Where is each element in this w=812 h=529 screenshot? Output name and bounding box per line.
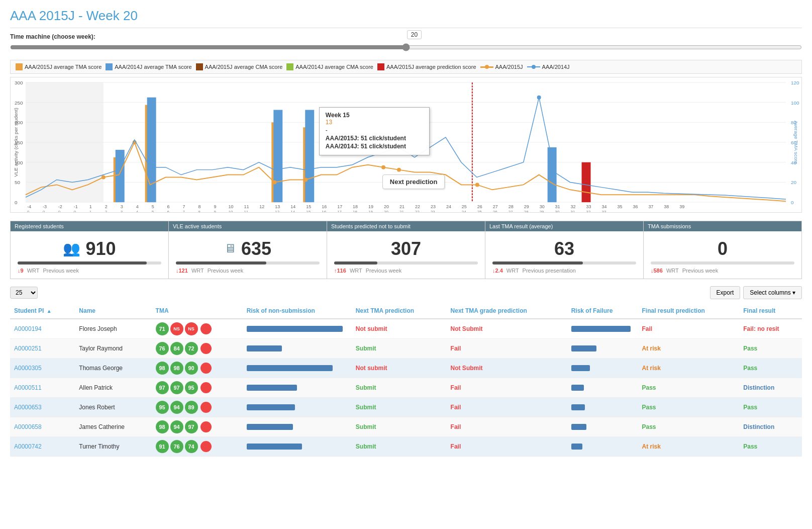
- svg-text:8: 8: [198, 204, 201, 209]
- cell-student-pi[interactable]: A0000305: [10, 359, 75, 378]
- svg-text:24: 24: [462, 210, 466, 212]
- svg-text:27: 27: [493, 204, 498, 209]
- table-buttons: Export Select columns ▾: [710, 286, 802, 299]
- risk-bar-container: [247, 326, 348, 332]
- cell-risk-failure: [567, 417, 638, 437]
- svg-text:0: 0: [27, 210, 30, 212]
- th-tma[interactable]: TMA: [152, 303, 243, 319]
- score-badge: 98: [156, 420, 169, 433]
- stat-header-vle: VLE active students: [169, 221, 327, 231]
- th-final-result-pred[interactable]: Final result prediction: [638, 303, 740, 319]
- risk-failure-bar-fill: [571, 424, 586, 430]
- time-machine-label: Time machine (choose week):: [10, 33, 802, 40]
- risk-bar-container: [247, 365, 348, 371]
- risk-failure-bar-fill: [571, 326, 631, 332]
- svg-text:2: 2: [105, 204, 108, 209]
- stat-wrtlabel-registered: Previous week: [43, 268, 79, 274]
- red-dot: [200, 441, 212, 452]
- risk-failure-bar-fill: [571, 385, 584, 391]
- risk-bar-fill: [247, 424, 293, 430]
- score-badge: 94: [170, 420, 183, 433]
- svg-rect-28: [273, 110, 282, 203]
- cell-final-result: Pass: [739, 437, 802, 457]
- th-name[interactable]: Name: [75, 303, 151, 319]
- svg-text:7: 7: [183, 210, 185, 212]
- svg-text:3: 3: [121, 210, 123, 212]
- svg-text:14: 14: [290, 210, 295, 212]
- cell-final-result-pred: At risk: [638, 339, 740, 359]
- svg-text:14: 14: [290, 204, 295, 209]
- cell-next-tma-prediction: Submit: [352, 417, 447, 437]
- red-dot: [200, 323, 212, 334]
- th-final-result[interactable]: Final result: [739, 303, 802, 319]
- svg-text:23: 23: [431, 210, 435, 212]
- svg-text:26: 26: [493, 210, 497, 212]
- stat-wrtlabel-lasttma: Previous presentation: [523, 268, 576, 274]
- cell-final-result: Pass: [739, 398, 802, 417]
- risk-failure-bar-fill: [571, 345, 596, 351]
- time-machine-slider[interactable]: [10, 43, 802, 51]
- svg-text:15: 15: [306, 210, 311, 212]
- table-body: A0000194Flores Joseph71NSNSNot submitNot…: [10, 319, 802, 457]
- th-next-tma-prediction[interactable]: Next TMA prediction: [352, 303, 447, 319]
- cell-name: James Catherine: [75, 417, 151, 437]
- cell-next-tma-grade: Fail: [447, 378, 567, 398]
- svg-point-33: [102, 175, 106, 180]
- stat-change-tmasubmissions: ↓586: [651, 268, 663, 274]
- stat-value-lasttma: 63: [554, 238, 574, 259]
- svg-rect-31: [582, 162, 591, 202]
- cell-next-tma-prediction: Submit: [352, 398, 447, 417]
- cell-student-pi[interactable]: A0000658: [10, 417, 75, 437]
- table-header: Student PI ▲ Name TMA Risk of non-submis…: [10, 303, 802, 319]
- svg-text:20: 20: [384, 204, 389, 209]
- th-student-pi[interactable]: Student PI ▲: [10, 303, 75, 319]
- score-badge: 98: [170, 362, 183, 375]
- risk-bar-fill: [247, 326, 343, 332]
- svg-point-37: [381, 165, 385, 169]
- table-row: A0000658James Catherine989497SubmitFailP…: [10, 417, 802, 437]
- stats-row: Registered students 👥 910 ↓9 WRT Previou…: [10, 221, 802, 279]
- stat-wrt-vle: WRT: [190, 268, 206, 274]
- per-page-select[interactable]: 25 50 100: [10, 287, 38, 299]
- svg-text:11: 11: [244, 204, 249, 209]
- svg-text:18: 18: [353, 204, 358, 209]
- stat-bar-fill-registered: [18, 261, 147, 264]
- th-risk-nonsubmission[interactable]: Risk of non-submission: [243, 303, 352, 319]
- cell-student-pi[interactable]: A0000251: [10, 339, 75, 359]
- stat-footer-notsubmit: ↑116 WRT Previous week: [334, 268, 478, 274]
- stat-wrtlabel-tmasubmissions: Previous week: [682, 268, 719, 274]
- time-machine-slider-container: 20: [10, 43, 802, 53]
- th-next-tma-grade[interactable]: Next TMA grade prediction: [447, 303, 567, 319]
- svg-text:Average TMA score: Average TMA score: [793, 121, 799, 164]
- legend-box-aaa2014j-tma: [106, 63, 113, 70]
- export-button[interactable]: Export: [710, 286, 741, 299]
- cell-name: Flores Joseph: [75, 319, 151, 339]
- th-risk-failure[interactable]: Risk of Failure: [567, 303, 638, 319]
- cell-risk-failure: [567, 319, 638, 339]
- cell-student-pi[interactable]: A0000194: [10, 319, 75, 339]
- svg-point-35: [272, 180, 276, 184]
- risk-failure-bar-fill: [571, 444, 582, 450]
- cell-student-pi[interactable]: A0000511: [10, 378, 75, 398]
- cell-student-pi[interactable]: A0000653: [10, 398, 75, 417]
- svg-text:33: 33: [602, 210, 606, 212]
- score-badge: 95: [185, 381, 198, 394]
- svg-text:17: 17: [337, 210, 342, 212]
- stat-vle-active: VLE active students 🖥 635 ↓121 WRT Previ…: [169, 221, 327, 279]
- score-badge: 98: [156, 362, 169, 375]
- svg-text:0: 0: [791, 200, 794, 205]
- cell-student-pi[interactable]: A0000742: [10, 437, 75, 457]
- risk-bar-fill: [247, 444, 302, 450]
- svg-text:37: 37: [648, 204, 653, 209]
- cell-next-tma-grade: Not Submit: [447, 359, 567, 378]
- cell-risk-failure: [567, 398, 638, 417]
- svg-point-38: [397, 168, 401, 172]
- svg-text:24: 24: [446, 204, 451, 209]
- svg-rect-30: [548, 147, 557, 202]
- legend-aaa2015j-cma: AAA/2015J average CMA score: [196, 63, 283, 70]
- legend-aaa2014j-tma: AAA/2014J average TMA score: [106, 63, 191, 70]
- select-columns-button[interactable]: Select columns ▾: [743, 286, 802, 299]
- cell-name: Jones Robert: [75, 398, 151, 417]
- svg-text:12: 12: [275, 210, 279, 212]
- risk-bar-container: [247, 385, 348, 391]
